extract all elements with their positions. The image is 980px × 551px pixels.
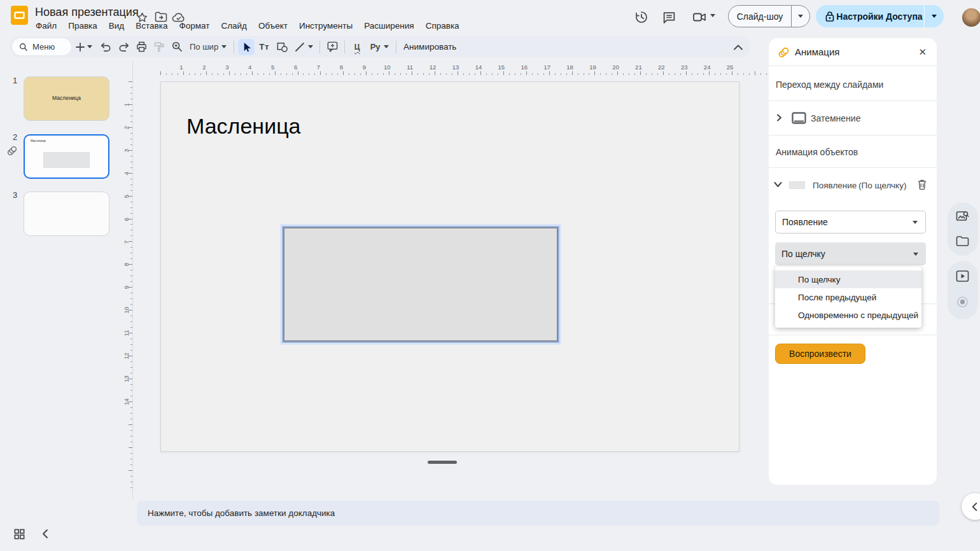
play-animations-button[interactable]: Воспроизвести: [775, 344, 865, 364]
slide-1-title: Масленица: [24, 95, 109, 101]
v-ruler-number: 13: [123, 374, 130, 384]
share-button[interactable]: Настройки Доступа: [816, 5, 944, 27]
animation-panel-title: Анимация: [795, 46, 839, 57]
document-title[interactable]: Новая презентация: [35, 6, 139, 19]
zoom-fit-select[interactable]: По шир: [186, 42, 230, 52]
menubar-item[interactable]: Файл: [30, 20, 62, 32]
speaker-notes-input[interactable]: Нажмите, чтобы добавить заметки докладчи…: [137, 501, 939, 526]
animate-button[interactable]: Анимировать: [400, 42, 460, 52]
chevron-down-icon: [913, 221, 918, 224]
v-ruler-number: 1: [123, 100, 130, 110]
slides-logo-icon[interactable]: [10, 5, 29, 25]
h-ruler-number: 21: [633, 64, 643, 71]
delete-animation-icon[interactable]: [917, 179, 927, 190]
v-ruler-number: 7: [123, 237, 130, 247]
lock-icon: [825, 11, 835, 22]
menubar-item[interactable]: Инструменты: [293, 20, 358, 32]
collapse-filmstrip-icon[interactable]: [41, 529, 51, 539]
slide-title-text[interactable]: Масленица: [186, 114, 301, 139]
select-tool-button[interactable]: [238, 39, 255, 55]
image-search-icon[interactable]: [956, 210, 969, 223]
account-avatar[interactable]: [962, 8, 980, 27]
zoom-button[interactable]: [169, 39, 185, 55]
effect-type-select[interactable]: Появление: [775, 211, 926, 234]
new-slide-button[interactable]: [72, 39, 96, 55]
slideshow-dropdown-caret[interactable]: [792, 15, 809, 18]
share-dropdown-caret[interactable]: [925, 15, 944, 18]
animation-item-thumbnail: [789, 181, 805, 189]
slide-2-thumbnail-selected[interactable]: Масленица: [24, 134, 109, 179]
menu-search-button[interactable]: Меню: [12, 38, 71, 55]
vertical-ruler: 1234567891011121314: [122, 76, 134, 490]
menubar-item[interactable]: Слайд: [215, 20, 253, 32]
h-ruler-number: 15: [496, 64, 507, 71]
h-ruler-number: 22: [656, 64, 666, 71]
animation-item-name[interactable]: Появление: [813, 181, 857, 190]
meet-camera-icon[interactable]: [691, 9, 708, 25]
selected-rectangle-shape[interactable]: [283, 227, 558, 342]
menubar-item[interactable]: Вид: [103, 20, 130, 32]
redo-button[interactable]: [115, 39, 132, 55]
undo-button[interactable]: [97, 39, 114, 55]
zoom-fit-label: По шир: [190, 42, 218, 52]
input-tools-button[interactable]: Ру: [367, 39, 392, 55]
collapse-panel-fab[interactable]: [962, 493, 980, 520]
transitions-section-header: Переход между слайдами: [776, 80, 883, 90]
close-icon[interactable]: ✕: [918, 46, 927, 58]
h-ruler-number: 1: [176, 64, 186, 71]
insert-comment-button[interactable]: [324, 39, 340, 55]
h-ruler-number: 14: [473, 64, 484, 71]
menubar-item[interactable]: Справка: [420, 20, 465, 32]
slide-3-number: 3: [13, 190, 17, 200]
menubar-item[interactable]: Правка: [62, 20, 103, 32]
v-ruler-number: 5: [123, 191, 130, 201]
toolbar-separator: [396, 41, 396, 53]
record-icon[interactable]: [956, 295, 969, 309]
notes-resize-handle[interactable]: [428, 461, 457, 464]
h-ruler-number: 5: [268, 64, 278, 71]
toolbar-separator: [319, 41, 320, 53]
menubar-item[interactable]: Вставка: [130, 20, 173, 32]
version-history-icon[interactable]: [633, 9, 650, 25]
trigger-option[interactable]: По щелчку: [775, 270, 921, 288]
text-box-tool-button[interactable]: Tт: [256, 39, 272, 55]
animation-item-trigger[interactable]: (По щелчку): [858, 181, 906, 190]
chevron-right-icon[interactable]: [775, 114, 783, 122]
folder-icon[interactable]: [956, 235, 969, 247]
slide-1-number: 1: [13, 76, 17, 85]
h-ruler-number: 11: [405, 64, 415, 71]
play-button-label: Воспроизвести: [789, 349, 851, 359]
line-tool-button[interactable]: [291, 39, 316, 55]
h-ruler-number: 6: [291, 64, 301, 71]
menubar-item[interactable]: Формат: [173, 20, 215, 32]
shape-tool-button[interactable]: [274, 39, 290, 55]
chevron-down-icon[interactable]: [774, 181, 782, 188]
slide-canvas[interactable]: Масленица: [160, 81, 739, 452]
slide-2-number: 2: [13, 132, 17, 142]
trigger-select[interactable]: По щелчку: [775, 242, 926, 265]
h-ruler-number: 17: [542, 64, 552, 71]
h-ruler-number: 12: [428, 64, 438, 71]
spellcheck-button[interactable]: Ц: [349, 39, 365, 55]
comments-icon[interactable]: [661, 9, 677, 25]
menubar-item[interactable]: Объект: [253, 20, 293, 32]
paint-format-button[interactable]: [151, 39, 167, 55]
camera-dropdown-caret[interactable]: [710, 14, 715, 17]
animations-icon: [778, 46, 790, 59]
trigger-option[interactable]: Одновременно с предыдущей: [775, 306, 921, 324]
google-slides-app: Новая презентация ФайлПравкаВидВставкаФо…: [0, 0, 980, 551]
slideshow-button[interactable]: Слайд-шоу: [728, 5, 810, 27]
slide-1-thumbnail[interactable]: Масленица: [24, 76, 109, 121]
share-label: Настройки Доступа: [835, 11, 924, 22]
menubar-item[interactable]: Расширения: [358, 20, 420, 32]
collapse-toolbar-button[interactable]: [731, 40, 746, 54]
print-button[interactable]: [133, 39, 150, 55]
slide-3-thumbnail[interactable]: [24, 192, 109, 236]
v-ruler-number: 14: [123, 396, 130, 407]
h-ruler-number: 18: [565, 64, 575, 71]
grid-view-icon[interactable]: [13, 528, 25, 540]
transition-name[interactable]: Затемнение: [811, 113, 860, 123]
toolbar-separator: [234, 41, 234, 53]
preview-play-icon[interactable]: [956, 270, 969, 282]
trigger-option[interactable]: После предыдущей: [775, 288, 921, 306]
